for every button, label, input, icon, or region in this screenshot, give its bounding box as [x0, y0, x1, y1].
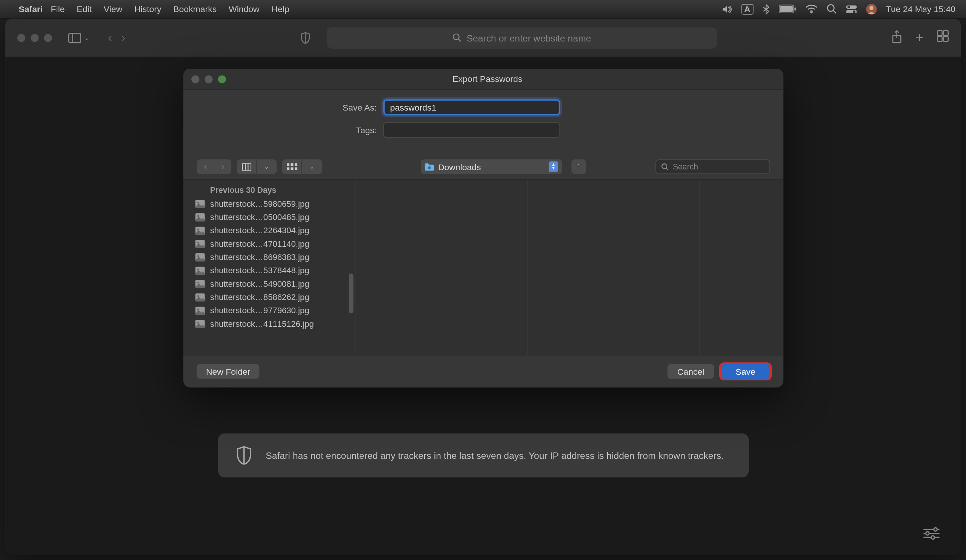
file-item[interactable]: shutterstock…4701140.jpg [183, 237, 355, 251]
tab-overview-icon[interactable] [937, 30, 949, 46]
bluetooth-icon[interactable] [762, 4, 769, 14]
svg-point-57 [197, 322, 199, 324]
address-bar[interactable]: Search or enter website name [327, 27, 717, 49]
history-nav-segment: ‹ › [197, 159, 231, 174]
file-item[interactable]: shutterstock…5378448.jpg [183, 264, 355, 278]
dialog-maximize-icon[interactable] [218, 75, 226, 83]
image-file-icon [196, 240, 205, 248]
svg-point-3 [810, 12, 812, 13]
file-name: shutterstock…4701140.jpg [210, 239, 309, 249]
menu-file[interactable]: File [51, 4, 65, 14]
app-name[interactable]: Safari [18, 4, 43, 14]
file-item[interactable]: shutterstock…41115126.jpg [183, 317, 355, 330]
sidebar-toggle-button[interactable]: ⌄ [68, 33, 89, 43]
menu-history[interactable]: History [134, 4, 161, 14]
svg-point-10 [869, 6, 874, 10]
file-column-1[interactable]: Previous 30 Days shutterstock…5980659.jp… [183, 180, 355, 355]
svg-rect-18 [937, 36, 942, 41]
menubar: Safari File Edit View History Bookmarks … [0, 0, 966, 18]
file-item[interactable]: shutterstock…2264304.jpg [183, 224, 355, 237]
close-window-icon[interactable] [17, 34, 25, 41]
save-button[interactable]: Save [721, 364, 770, 379]
svg-point-7 [847, 5, 850, 8]
forward-button[interactable]: › [122, 31, 126, 44]
file-item[interactable]: shutterstock…0500485.jpg [183, 210, 355, 224]
privacy-shield-icon[interactable] [300, 32, 310, 44]
file-search-input[interactable]: Search [656, 159, 770, 174]
svg-rect-11 [69, 33, 81, 42]
svg-rect-35 [294, 167, 297, 170]
svg-rect-17 [943, 31, 948, 35]
svg-point-14 [453, 34, 459, 39]
dialog-close-icon[interactable] [191, 75, 199, 83]
group-dropdown-icon[interactable]: ⌄ [302, 159, 322, 174]
tags-input[interactable] [383, 122, 560, 138]
file-item[interactable]: shutterstock…5980659.jpg [183, 197, 355, 210]
user-icon[interactable] [866, 4, 877, 14]
share-icon[interactable] [892, 30, 902, 46]
wifi-icon[interactable] [805, 5, 817, 13]
dialog-nav-bar: ‹ › ⌄ ⌄ Downloads ▲▼ ˆ Search [183, 154, 784, 179]
file-column-4 [700, 180, 784, 355]
svg-point-53 [197, 295, 199, 297]
column-view-button[interactable] [237, 159, 256, 174]
file-item[interactable]: shutterstock…8586262.jpg [183, 291, 355, 304]
privacy-report-card: Safari has not encountered any trackers … [218, 434, 749, 478]
menubar-datetime[interactable]: Tue 24 May 15:40 [886, 4, 955, 14]
image-file-icon [196, 293, 205, 301]
svg-rect-33 [286, 167, 289, 170]
file-name: shutterstock…41115126.jpg [210, 319, 314, 329]
file-name: shutterstock…5378448.jpg [210, 266, 309, 276]
new-tab-icon[interactable]: + [916, 30, 924, 46]
search-icon [662, 163, 669, 170]
back-button[interactable]: ‹ [108, 31, 112, 44]
nav-forward-button[interactable]: › [214, 159, 231, 174]
minimize-window-icon[interactable] [31, 34, 38, 41]
location-dropdown[interactable]: Downloads ▲▼ [421, 159, 562, 174]
file-column-2 [355, 180, 527, 355]
file-item[interactable]: shutterstock…9779630.jpg [183, 304, 355, 317]
menu-edit[interactable]: Edit [77, 4, 92, 14]
view-dropdown-icon[interactable]: ⌄ [256, 159, 277, 174]
menu-view[interactable]: View [104, 4, 122, 14]
battery-icon[interactable] [779, 5, 796, 13]
svg-point-45 [197, 242, 199, 244]
volume-icon[interactable] [721, 4, 732, 13]
image-file-icon [196, 307, 205, 315]
export-passwords-dialog: Export Passwords Save As: Tags: ‹ › ⌄ ⌄ [183, 69, 784, 388]
group-button[interactable] [282, 159, 302, 174]
svg-point-41 [197, 215, 199, 217]
svg-point-8 [853, 10, 855, 13]
file-name: shutterstock…0500485.jpg [210, 213, 309, 222]
save-as-input[interactable] [383, 99, 560, 115]
svg-point-43 [197, 229, 199, 231]
view-mode-segment: ⌄ [237, 159, 277, 174]
file-item[interactable]: shutterstock…5490081.jpg [183, 278, 355, 291]
svg-rect-30 [286, 163, 289, 166]
maximize-window-icon[interactable] [44, 34, 52, 41]
file-item[interactable]: shutterstock…8696383.jpg [183, 251, 355, 264]
input-source-icon[interactable]: A [741, 4, 753, 14]
control-center-icon[interactable] [846, 5, 857, 13]
spotlight-icon[interactable] [827, 4, 837, 14]
menu-window[interactable]: Window [229, 4, 260, 14]
file-name: shutterstock…2264304.jpg [210, 226, 309, 235]
menu-bookmarks[interactable]: Bookmarks [173, 4, 217, 14]
image-file-icon [196, 200, 205, 208]
menu-help[interactable]: Help [272, 4, 289, 14]
location-name: Downloads [438, 161, 545, 172]
file-name: shutterstock…9779630.jpg [210, 306, 309, 315]
shield-icon [235, 445, 253, 465]
cancel-button[interactable]: Cancel [667, 364, 714, 379]
settings-sliders-icon[interactable] [922, 527, 941, 540]
svg-point-55 [197, 309, 199, 310]
chevron-down-icon: ⌄ [84, 34, 89, 41]
new-folder-button[interactable]: New Folder [197, 364, 260, 379]
collapse-button[interactable]: ˆ [571, 159, 586, 174]
nav-back-button[interactable]: ‹ [197, 159, 214, 174]
scrollbar-thumb[interactable] [349, 273, 353, 313]
image-file-icon [196, 227, 205, 235]
dialog-title: Export Passwords [233, 74, 742, 84]
file-name: shutterstock…8586262.jpg [210, 293, 309, 302]
file-name: shutterstock…5490081.jpg [210, 279, 309, 289]
